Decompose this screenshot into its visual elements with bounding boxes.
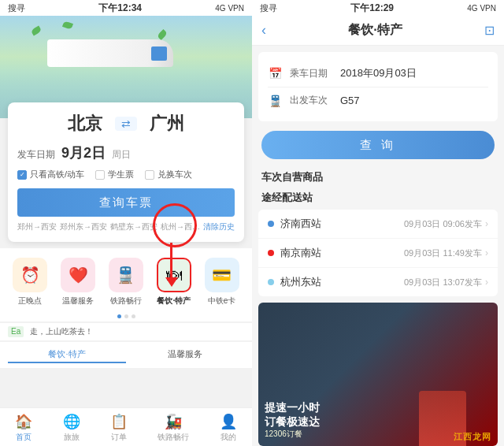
option-highspeed[interactable]: 只看高铁/动车	[17, 169, 84, 180]
train-form-value[interactable]: G57	[340, 95, 360, 106]
icon-item-eka[interactable]: 💳 中铁e卡	[202, 258, 243, 307]
query-button-right[interactable]: 查 询	[261, 131, 495, 159]
icon-item-tielu[interactable]: 🚆 铁路畅行	[106, 258, 146, 307]
status-bar-left: 搜寻 下午12:34 4G VPN	[0, 0, 252, 16]
tielu-icon: 🚆	[109, 258, 143, 292]
date-value[interactable]: 9月2日	[61, 143, 106, 162]
table-row[interactable]: 杭州东站 09月03日 13:07发车 ›	[258, 268, 498, 296]
date-form-row: 📅 乘车日期 2018年09月03日	[268, 60, 488, 87]
nav-travel-label: 旅旅	[64, 432, 80, 443]
strip-text: 走，上山吃茶去！	[30, 326, 93, 337]
station-list: 济南西站 09月03日 09:06发车 › 南京南站 09月03日 11:49发…	[258, 210, 498, 296]
icon-item-canzhu[interactable]: 🍽 餐饮·特产	[154, 258, 195, 307]
date-form-label: 乘车日期	[290, 67, 332, 80]
order-icon: 📋	[110, 413, 128, 430]
history-tag-4[interactable]: 杭州→西…	[161, 221, 200, 232]
nav-order-label: 订单	[111, 432, 127, 443]
options-row: 只看高铁/动车 学生票 兑换车次	[17, 169, 235, 180]
feature-tab-canzhu[interactable]: 餐饮·特产	[8, 347, 126, 363]
carrier-right: 搜寻	[260, 2, 277, 14]
history-tag-2[interactable]: 郑州东→西安	[60, 221, 107, 232]
left-panel: 搜寻 下午12:34 4G VPN 北京 ⇄ 广州 发车日期 9月2日 周日 只…	[0, 0, 252, 446]
query-train-label: 查询车票	[99, 195, 153, 210]
icon-item-zhengdian[interactable]: ⏰ 正晚点	[9, 258, 50, 307]
tielu-nav-icon: 🚂	[165, 413, 182, 430]
date-form-icon: 📅	[268, 67, 282, 80]
section-own-products: 车次自营商品	[252, 165, 504, 186]
from-city[interactable]: 北京	[68, 112, 102, 136]
history-tag-3[interactable]: 鹤壁东→西安	[110, 221, 158, 232]
leaf-decor-3	[157, 29, 168, 40]
option-transfer-label: 兑换车次	[158, 169, 192, 180]
form-area: 📅 乘车日期 2018年09月03日 🚆 出发车次 G57	[258, 52, 498, 121]
ad-sub-text: 12306订餐	[265, 429, 320, 440]
checkbox-transfer[interactable]	[145, 170, 154, 180]
table-row[interactable]: 南京南站 09月03日 11:49发车 ›	[258, 239, 498, 268]
wenxin-label: 温馨服务	[62, 295, 94, 307]
search-card: 北京 ⇄ 广州 发车日期 9月2日 周日 只看高铁/动车 学生票 兑换车次	[8, 102, 244, 242]
station-time-2: 09月03日 11:49发车	[404, 247, 482, 259]
history-tag-1[interactable]: 郑州→西安	[17, 221, 57, 232]
dot-1	[117, 314, 121, 318]
option-transfer[interactable]: 兑换车次	[145, 169, 192, 180]
station-name-1: 济南西站	[280, 217, 404, 231]
back-button[interactable]: ‹	[261, 22, 266, 39]
home-icon: 🏠	[15, 413, 32, 430]
station-name-3: 杭州东站	[280, 275, 404, 289]
watermark: 江西龙网	[454, 431, 491, 443]
train-image	[47, 39, 173, 67]
nav-me[interactable]: 👤 我的	[220, 413, 237, 443]
travel-icon: 🌐	[63, 413, 80, 430]
feature-tab-wenxin[interactable]: 温馨服务	[126, 347, 244, 363]
option-highspeed-label: 只看高铁/动车	[30, 169, 84, 180]
icon-item-wenxin[interactable]: ❤️ 温馨服务	[57, 258, 98, 307]
option-student[interactable]: 学生票	[95, 169, 134, 180]
nav-me-label: 我的	[220, 432, 236, 443]
ad-banner[interactable]: 提速一小时订餐极速达 12306订餐 江西龙网	[258, 303, 498, 446]
train-form-icon: 🚆	[268, 95, 282, 107]
date-form-value[interactable]: 2018年09月03日	[340, 66, 417, 80]
me-icon: 👤	[220, 413, 237, 430]
zhengdian-label: 正晚点	[18, 295, 42, 307]
canzhu-icon: 🍽	[157, 258, 191, 292]
leaf-decor-1	[31, 26, 42, 36]
dot-2	[124, 314, 128, 318]
carousel-dots	[0, 311, 252, 321]
to-city[interactable]: 广州	[150, 112, 184, 136]
nav-order[interactable]: 📋 订单	[110, 413, 128, 443]
right-header: ‹ 餐饮·特产 ⊡	[252, 16, 504, 46]
chevron-1: ›	[485, 218, 488, 229]
expand-button[interactable]: ⊡	[484, 23, 495, 38]
status-icons-right: 4G VPN	[467, 4, 496, 13]
table-row[interactable]: 济南西站 09月03日 09:06发车 ›	[258, 210, 498, 239]
dot-nanjing	[268, 250, 274, 256]
swap-button[interactable]: ⇄	[115, 117, 137, 131]
history-row: 郑州→西安 郑州东→西安 鹤壁东→西安 杭州→西… 清除历史	[17, 221, 235, 232]
nav-tielu[interactable]: 🚂 铁路畅行	[158, 413, 189, 443]
nav-travel[interactable]: 🌐 旅旅	[63, 413, 80, 443]
checkbox-student[interactable]	[95, 170, 105, 180]
time-left: 下午12:34	[98, 2, 142, 15]
wenxin-icon: ❤️	[61, 258, 95, 292]
clear-history-button[interactable]: 清除历史	[203, 221, 235, 232]
query-right-label: 查 询	[360, 138, 396, 153]
time-right: 下午12:29	[350, 2, 394, 15]
carrier-left: 搜寻	[8, 2, 25, 14]
ad-main-text: 提速一小时订餐极速达	[265, 400, 320, 429]
weekday-value: 周日	[112, 148, 131, 162]
route-row: 北京 ⇄ 广州	[17, 112, 235, 136]
nav-tielu-label: 铁路畅行	[158, 432, 189, 443]
query-train-button[interactable]: 查询车票	[17, 188, 235, 217]
icon-grid: ⏰ 正晚点 ❤️ 温馨服务 🚆 铁路畅行 🍽 餐饮·特产 💳 中铁e卡	[0, 248, 252, 311]
right-panel: 搜寻 下午12:29 4G VPN ‹ 餐饮·特产 ⊡ 📅 乘车日期 2018年…	[252, 0, 504, 446]
history-tags: 郑州→西安 郑州东→西安 鹤壁东→西安 杭州→西…	[17, 221, 200, 232]
checkbox-highspeed[interactable]	[17, 170, 27, 180]
leaf-decor-2	[62, 20, 73, 30]
zhengdian-icon: ⏰	[13, 258, 47, 292]
station-name-2: 南京南站	[280, 246, 404, 260]
station-time-3: 09月03日 13:07发车	[404, 277, 482, 288]
nav-home-label: 首页	[16, 432, 32, 443]
bottom-nav-left: 🏠 首页 🌐 旅旅 📋 订单 🚂 铁路畅行 👤 我的	[0, 407, 252, 446]
nav-home[interactable]: 🏠 首页	[15, 413, 32, 443]
dot-jinan	[268, 221, 274, 227]
